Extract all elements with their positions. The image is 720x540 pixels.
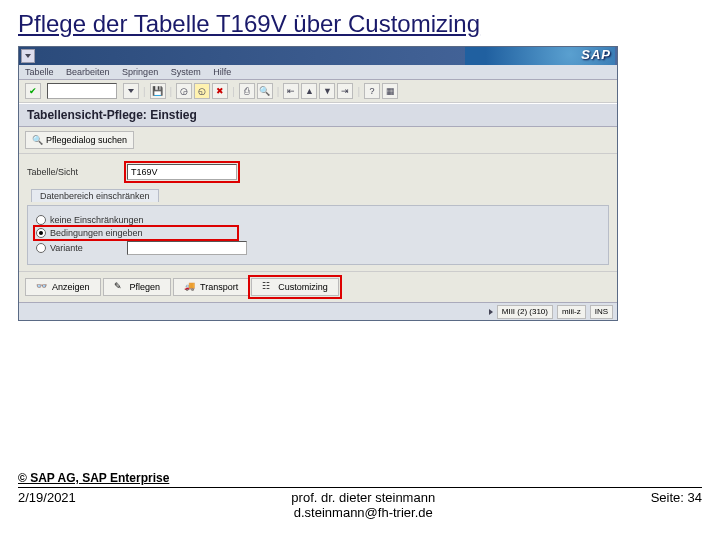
slide-title: Pflege der Tabelle T169V über Customizin… (18, 10, 702, 38)
radio-variant-label: Variante (50, 243, 83, 253)
search-icon: 🔍 (32, 135, 43, 145)
menu-system[interactable]: System (171, 67, 201, 77)
restrict-group-title: Datenbereich einschränken (31, 189, 159, 202)
status-server: miii-z (557, 305, 586, 319)
dropdown-icon[interactable] (123, 83, 139, 99)
table-view-label: Tabelle/Sicht (27, 167, 127, 177)
layout-icon[interactable]: ▦ (382, 83, 398, 99)
restrict-groupbox: keine Einschränkungen Bedingungen eingeb… (27, 205, 609, 265)
status-client: MIII (2) (310) (497, 305, 553, 319)
cancel-icon[interactable]: ✖ (212, 83, 228, 99)
author-email: d.steinmann@fh-trier.de (291, 505, 435, 520)
radio-row-none[interactable]: keine Einschränkungen (36, 215, 600, 225)
customizing-label: Customizing (278, 282, 328, 292)
radio-none-label: keine Einschränkungen (50, 215, 144, 225)
customizing-button[interactable]: ☷ Customizing (251, 278, 339, 296)
truck-icon: 🚚 (184, 281, 196, 293)
slide-date: 2/19/2021 (18, 490, 76, 505)
status-arrow-icon (489, 309, 493, 315)
menubar: Tabelle Bearbeiten Springen System Hilfe (19, 65, 617, 80)
pencil-icon: ✎ (114, 281, 126, 293)
print-icon[interactable]: ⎙ (239, 83, 255, 99)
table-view-input[interactable]: T169V (127, 164, 237, 180)
find-icon[interactable]: 🔍 (257, 83, 273, 99)
help-icon[interactable]: ? (364, 83, 380, 99)
radio-conditions[interactable] (36, 228, 46, 238)
menu-edit[interactable]: Bearbeiten (66, 67, 110, 77)
prev-page-icon[interactable]: ▲ (301, 83, 317, 99)
action-button-row: 👓 Anzeigen ✎ Pflegen 🚚 Transport ☷ Custo… (19, 271, 617, 302)
form-area: Tabelle/Sicht T169V Datenbereich einschr… (19, 154, 617, 271)
status-ins: INS (590, 305, 613, 319)
enter-icon[interactable]: ✔ (25, 83, 41, 99)
sap-window: SAP Tabelle Bearbeiten Springen System H… (18, 46, 618, 321)
copyright: © SAP AG, SAP Enterprise (18, 471, 702, 485)
radio-row-conditions[interactable]: Bedingungen eingeben (36, 228, 236, 238)
first-page-icon[interactable]: ⇤ (283, 83, 299, 99)
back-icon[interactable]: ◶ (176, 83, 192, 99)
last-page-icon[interactable]: ⇥ (337, 83, 353, 99)
display-button[interactable]: 👓 Anzeigen (25, 278, 101, 296)
maintain-label: Pflegen (130, 282, 161, 292)
menu-table[interactable]: Tabelle (25, 67, 54, 77)
next-page-icon[interactable]: ▼ (319, 83, 335, 99)
titlebar: SAP (19, 47, 617, 65)
find-dialog-label: Pflegedialog suchen (46, 135, 127, 145)
app-toolbar: 🔍 Pflegedialog suchen (19, 127, 617, 154)
find-dialog-button[interactable]: 🔍 Pflegedialog suchen (25, 131, 134, 149)
page-number: Seite: 34 (651, 490, 702, 505)
standard-toolbar: ✔ | 💾 | ◶ ◵ ✖ | ⎙ 🔍 | ⇤ ▲ ▼ ⇥ | ? ▦ (19, 80, 617, 103)
transport-label: Transport (200, 282, 238, 292)
display-label: Anzeigen (52, 282, 90, 292)
menu-goto[interactable]: Springen (122, 67, 158, 77)
command-field[interactable] (47, 83, 117, 99)
window-menu-icon[interactable] (21, 49, 35, 63)
save-icon[interactable]: 💾 (150, 83, 166, 99)
slide-footer: © SAP AG, SAP Enterprise 2/19/2021 prof.… (18, 471, 702, 520)
maintain-button[interactable]: ✎ Pflegen (103, 278, 172, 296)
radio-variant[interactable] (36, 243, 46, 253)
exit-icon[interactable]: ◵ (194, 83, 210, 99)
hierarchy-icon: ☷ (262, 281, 274, 293)
sap-logo: SAP (581, 47, 611, 62)
glasses-icon: 👓 (36, 281, 48, 293)
variant-input[interactable] (127, 241, 247, 255)
radio-row-variant[interactable]: Variante (36, 241, 600, 255)
menu-help[interactable]: Hilfe (213, 67, 231, 77)
radio-conditions-label: Bedingungen eingeben (50, 228, 143, 238)
transport-button[interactable]: 🚚 Transport (173, 278, 249, 296)
screen-title: Tabellensicht-Pflege: Einstieg (19, 103, 617, 127)
author-name: prof. dr. dieter steinmann (291, 490, 435, 505)
radio-none[interactable] (36, 215, 46, 225)
status-bar: MIII (2) (310) miii-z INS (19, 302, 617, 320)
